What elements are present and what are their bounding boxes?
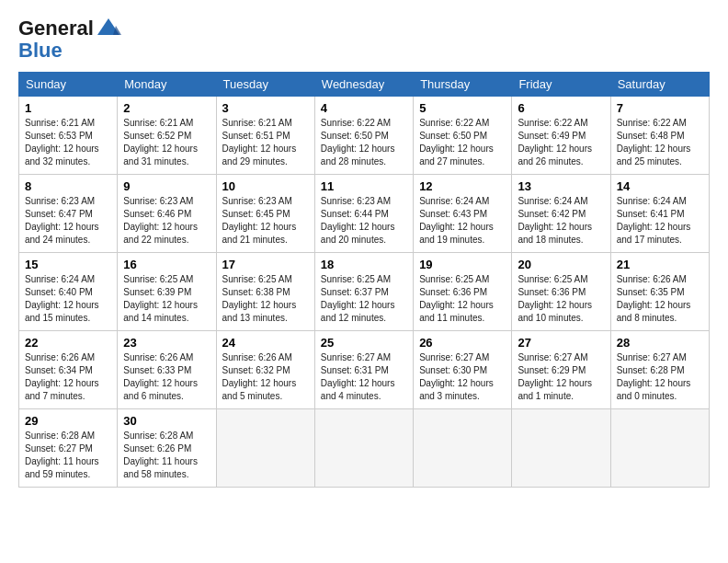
calendar-week-row: 8Sunrise: 6:23 AM Sunset: 6:47 PM Daylig…	[19, 175, 710, 253]
day-number: 16	[123, 258, 210, 271]
day-info: Sunrise: 6:24 AM Sunset: 6:40 PM Dayligh…	[25, 273, 111, 325]
day-info: Sunrise: 6:22 AM Sunset: 6:50 PM Dayligh…	[419, 117, 506, 168]
calendar-cell: 14Sunrise: 6:24 AM Sunset: 6:41 PM Dayli…	[610, 175, 709, 253]
day-number: 30	[123, 414, 210, 428]
calendar-cell	[216, 409, 314, 488]
calendar-week-row: 22Sunrise: 6:26 AM Sunset: 6:34 PM Dayli…	[19, 331, 710, 409]
calendar-cell	[512, 409, 610, 488]
calendar-cell: 2Sunrise: 6:21 AM Sunset: 6:52 PM Daylig…	[118, 97, 216, 175]
day-number: 23	[123, 336, 210, 350]
day-number: 3	[222, 101, 309, 115]
day-number: 12	[419, 179, 506, 193]
day-info: Sunrise: 6:26 AM Sunset: 6:33 PM Dayligh…	[123, 351, 210, 403]
day-number: 27	[518, 336, 604, 350]
calendar-week-row: 29Sunrise: 6:28 AM Sunset: 6:27 PM Dayli…	[19, 409, 710, 488]
calendar-week-row: 1Sunrise: 6:21 AM Sunset: 6:53 PM Daylig…	[19, 97, 710, 175]
calendar-cell: 6Sunrise: 6:22 AM Sunset: 6:49 PM Daylig…	[512, 97, 610, 175]
weekday-header-wednesday: Wednesday	[314, 73, 413, 97]
day-number: 15	[25, 258, 111, 271]
header: General Blue	[18, 15, 710, 63]
weekday-header-thursday: Thursday	[414, 73, 512, 97]
day-info: Sunrise: 6:22 AM Sunset: 6:49 PM Dayligh…	[518, 117, 604, 168]
weekday-header-saturday: Saturday	[610, 73, 709, 97]
day-number: 11	[321, 179, 407, 193]
calendar-cell: 5Sunrise: 6:22 AM Sunset: 6:50 PM Daylig…	[414, 97, 512, 175]
day-number: 28	[617, 336, 703, 350]
day-number: 10	[222, 179, 309, 193]
day-info: Sunrise: 6:25 AM Sunset: 6:39 PM Dayligh…	[123, 273, 210, 325]
day-number: 1	[25, 101, 111, 115]
calendar-cell: 20Sunrise: 6:25 AM Sunset: 6:36 PM Dayli…	[512, 253, 610, 331]
calendar-cell: 28Sunrise: 6:27 AM Sunset: 6:28 PM Dayli…	[610, 331, 709, 409]
day-number: 8	[25, 179, 111, 193]
calendar-table: SundayMondayTuesdayWednesdayThursdayFrid…	[18, 72, 710, 488]
calendar-cell: 27Sunrise: 6:27 AM Sunset: 6:29 PM Dayli…	[512, 331, 610, 409]
calendar-cell: 12Sunrise: 6:24 AM Sunset: 6:43 PM Dayli…	[414, 175, 512, 253]
calendar-cell: 24Sunrise: 6:26 AM Sunset: 6:32 PM Dayli…	[216, 331, 314, 409]
calendar-cell	[314, 409, 413, 488]
day-number: 25	[321, 336, 407, 350]
day-info: Sunrise: 6:27 AM Sunset: 6:28 PM Dayligh…	[617, 351, 703, 403]
day-info: Sunrise: 6:22 AM Sunset: 6:48 PM Dayligh…	[617, 117, 703, 168]
calendar-cell: 30Sunrise: 6:28 AM Sunset: 6:26 PM Dayli…	[118, 409, 216, 488]
calendar-cell: 21Sunrise: 6:26 AM Sunset: 6:35 PM Dayli…	[610, 253, 709, 331]
weekday-header-monday: Monday	[118, 73, 216, 97]
day-info: Sunrise: 6:28 AM Sunset: 6:26 PM Dayligh…	[123, 430, 210, 481]
day-info: Sunrise: 6:24 AM Sunset: 6:42 PM Dayligh…	[518, 195, 604, 247]
day-number: 5	[419, 101, 506, 115]
calendar-cell	[610, 409, 709, 488]
weekday-header-sunday: Sunday	[19, 73, 118, 97]
day-number: 2	[123, 101, 210, 115]
day-number: 4	[321, 101, 407, 115]
day-info: Sunrise: 6:22 AM Sunset: 6:50 PM Dayligh…	[321, 117, 407, 168]
day-info: Sunrise: 6:21 AM Sunset: 6:51 PM Dayligh…	[222, 117, 309, 168]
calendar-cell: 13Sunrise: 6:24 AM Sunset: 6:42 PM Dayli…	[512, 175, 610, 253]
calendar-cell: 22Sunrise: 6:26 AM Sunset: 6:34 PM Dayli…	[19, 331, 118, 409]
day-number: 9	[123, 179, 210, 193]
day-info: Sunrise: 6:27 AM Sunset: 6:29 PM Dayligh…	[518, 351, 604, 403]
calendar-cell: 19Sunrise: 6:25 AM Sunset: 6:36 PM Dayli…	[414, 253, 512, 331]
day-info: Sunrise: 6:27 AM Sunset: 6:31 PM Dayligh…	[321, 351, 407, 403]
day-info: Sunrise: 6:26 AM Sunset: 6:34 PM Dayligh…	[25, 351, 111, 403]
calendar-cell: 23Sunrise: 6:26 AM Sunset: 6:33 PM Dayli…	[118, 331, 216, 409]
day-info: Sunrise: 6:26 AM Sunset: 6:32 PM Dayligh…	[222, 351, 309, 403]
calendar-cell: 26Sunrise: 6:27 AM Sunset: 6:30 PM Dayli…	[414, 331, 512, 409]
day-number: 20	[518, 258, 604, 271]
day-info: Sunrise: 6:23 AM Sunset: 6:47 PM Dayligh…	[25, 195, 111, 247]
day-number: 6	[518, 101, 604, 115]
calendar-cell: 25Sunrise: 6:27 AM Sunset: 6:31 PM Dayli…	[314, 331, 413, 409]
day-info: Sunrise: 6:21 AM Sunset: 6:52 PM Dayligh…	[123, 117, 210, 168]
day-number: 13	[518, 179, 604, 193]
day-number: 19	[419, 258, 506, 271]
day-info: Sunrise: 6:27 AM Sunset: 6:30 PM Dayligh…	[419, 351, 506, 403]
calendar-cell: 10Sunrise: 6:23 AM Sunset: 6:45 PM Dayli…	[216, 175, 314, 253]
calendar-cell	[414, 409, 512, 488]
day-number: 17	[222, 258, 309, 271]
calendar-cell: 17Sunrise: 6:25 AM Sunset: 6:38 PM Dayli…	[216, 253, 314, 331]
day-info: Sunrise: 6:21 AM Sunset: 6:53 PM Dayligh…	[25, 117, 111, 168]
day-info: Sunrise: 6:23 AM Sunset: 6:44 PM Dayligh…	[321, 195, 407, 247]
calendar-cell: 4Sunrise: 6:22 AM Sunset: 6:50 PM Daylig…	[314, 97, 413, 175]
day-number: 26	[419, 336, 506, 350]
page: General Blue SundayMondayTuesdayWednesda…	[0, 0, 728, 563]
day-number: 7	[617, 101, 703, 115]
calendar-week-row: 15Sunrise: 6:24 AM Sunset: 6:40 PM Dayli…	[19, 253, 710, 331]
day-info: Sunrise: 6:25 AM Sunset: 6:36 PM Dayligh…	[419, 273, 506, 325]
day-info: Sunrise: 6:25 AM Sunset: 6:36 PM Dayligh…	[518, 273, 604, 325]
logo-text: General	[18, 17, 94, 40]
weekday-header-friday: Friday	[512, 73, 610, 97]
day-number: 24	[222, 336, 309, 350]
day-number: 18	[321, 258, 407, 271]
day-info: Sunrise: 6:25 AM Sunset: 6:37 PM Dayligh…	[321, 273, 407, 325]
calendar-cell: 15Sunrise: 6:24 AM Sunset: 6:40 PM Dayli…	[19, 253, 118, 331]
day-info: Sunrise: 6:23 AM Sunset: 6:46 PM Dayligh…	[123, 195, 210, 247]
calendar-cell: 16Sunrise: 6:25 AM Sunset: 6:39 PM Dayli…	[118, 253, 216, 331]
day-number: 21	[617, 258, 703, 271]
calendar-cell: 3Sunrise: 6:21 AM Sunset: 6:51 PM Daylig…	[216, 97, 314, 175]
logo-icon	[96, 17, 121, 42]
calendar-cell: 7Sunrise: 6:22 AM Sunset: 6:48 PM Daylig…	[610, 97, 709, 175]
logo: General Blue	[18, 15, 121, 63]
calendar-cell: 29Sunrise: 6:28 AM Sunset: 6:27 PM Dayli…	[19, 409, 118, 488]
weekday-header-tuesday: Tuesday	[216, 73, 314, 97]
day-number: 14	[617, 179, 703, 193]
